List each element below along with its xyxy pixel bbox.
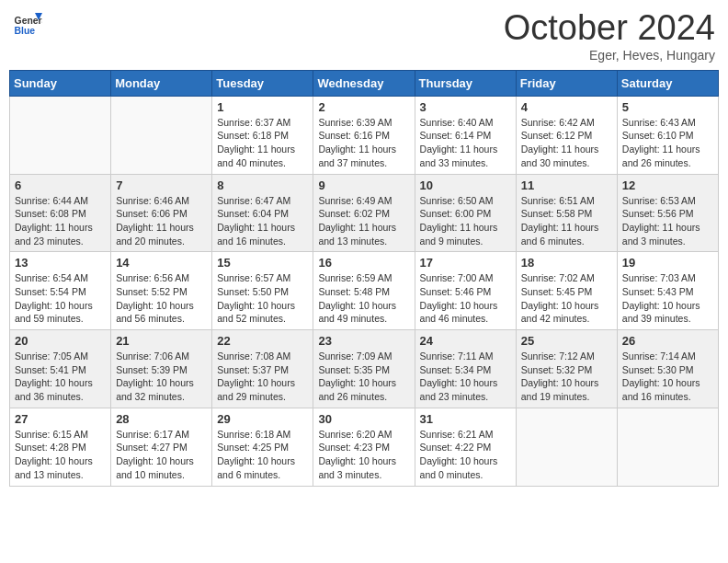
calendar-day-cell: 30Sunrise: 6:20 AM Sunset: 4:23 PM Dayli… (313, 408, 415, 486)
day-info: Sunrise: 6:43 AM Sunset: 6:10 PM Dayligh… (622, 116, 713, 170)
day-info: Sunrise: 7:09 AM Sunset: 5:35 PM Dayligh… (318, 350, 409, 404)
calendar-day-cell: 16Sunrise: 6:59 AM Sunset: 5:48 PM Dayli… (313, 252, 415, 330)
day-number: 17 (420, 256, 511, 270)
calendar-day-cell: 12Sunrise: 6:53 AM Sunset: 5:56 PM Dayli… (617, 174, 718, 252)
calendar-day-cell: 9Sunrise: 6:49 AM Sunset: 6:02 PM Daylig… (313, 174, 415, 252)
calendar-day-cell: 4Sunrise: 6:42 AM Sunset: 6:12 PM Daylig… (516, 96, 617, 174)
day-info: Sunrise: 6:39 AM Sunset: 6:16 PM Dayligh… (318, 116, 409, 170)
day-number: 18 (521, 256, 612, 270)
calendar-day-cell: 23Sunrise: 7:09 AM Sunset: 5:35 PM Dayli… (313, 330, 415, 408)
day-info: Sunrise: 7:03 AM Sunset: 5:43 PM Dayligh… (622, 271, 713, 326)
day-info: Sunrise: 6:21 AM Sunset: 4:22 PM Dayligh… (420, 428, 511, 482)
calendar-table: SundayMondayTuesdayWednesdayThursdayFrid… (9, 70, 719, 487)
day-number: 22 (217, 334, 308, 348)
day-info: Sunrise: 6:42 AM Sunset: 6:12 PM Dayligh… (521, 116, 612, 170)
day-number: 14 (116, 256, 207, 270)
day-of-week-header: Monday (111, 70, 212, 96)
calendar-day-cell (516, 408, 617, 486)
calendar-day-cell: 19Sunrise: 7:03 AM Sunset: 5:43 PM Dayli… (617, 252, 718, 330)
day-number: 10 (420, 178, 511, 192)
day-number: 24 (420, 334, 511, 348)
calendar-day-cell: 1Sunrise: 6:37 AM Sunset: 6:18 PM Daylig… (212, 96, 313, 174)
day-info: Sunrise: 6:46 AM Sunset: 6:06 PM Dayligh… (116, 194, 207, 248)
day-info: Sunrise: 6:47 AM Sunset: 6:04 PM Dayligh… (217, 194, 308, 248)
calendar-day-cell: 20Sunrise: 7:05 AM Sunset: 5:41 PM Dayli… (10, 330, 111, 408)
day-info: Sunrise: 7:08 AM Sunset: 5:37 PM Dayligh… (217, 350, 308, 404)
logo: General Blue (13, 9, 42, 39)
day-number: 6 (15, 178, 106, 192)
calendar-day-cell: 27Sunrise: 6:15 AM Sunset: 4:28 PM Dayli… (10, 408, 111, 486)
svg-text:Blue: Blue (15, 26, 36, 36)
day-number: 29 (217, 412, 308, 426)
day-info: Sunrise: 6:59 AM Sunset: 5:48 PM Dayligh… (318, 271, 409, 326)
day-number: 19 (622, 256, 713, 270)
calendar-day-cell: 11Sunrise: 6:51 AM Sunset: 5:58 PM Dayli… (516, 174, 617, 252)
day-number: 28 (116, 412, 207, 426)
calendar-day-cell: 29Sunrise: 6:18 AM Sunset: 4:25 PM Dayli… (212, 408, 313, 486)
day-info: Sunrise: 6:17 AM Sunset: 4:27 PM Dayligh… (116, 428, 207, 482)
day-info: Sunrise: 6:44 AM Sunset: 6:08 PM Dayligh… (15, 194, 106, 248)
day-info: Sunrise: 6:20 AM Sunset: 4:23 PM Dayligh… (318, 428, 409, 482)
day-info: Sunrise: 6:51 AM Sunset: 5:58 PM Dayligh… (521, 194, 612, 248)
day-of-week-header: Sunday (10, 70, 111, 96)
day-info: Sunrise: 7:12 AM Sunset: 5:32 PM Dayligh… (521, 350, 612, 404)
day-of-week-header: Wednesday (313, 70, 415, 96)
day-number: 21 (116, 334, 207, 348)
day-number: 31 (420, 412, 511, 426)
calendar-day-cell: 28Sunrise: 6:17 AM Sunset: 4:27 PM Dayli… (111, 408, 212, 486)
logo-icon: General Blue (13, 9, 42, 39)
day-number: 9 (318, 178, 409, 192)
day-of-week-header: Thursday (415, 70, 516, 96)
day-info: Sunrise: 7:14 AM Sunset: 5:30 PM Dayligh… (622, 350, 713, 404)
calendar-day-cell: 17Sunrise: 7:00 AM Sunset: 5:46 PM Dayli… (415, 252, 516, 330)
calendar-day-cell: 21Sunrise: 7:06 AM Sunset: 5:39 PM Dayli… (111, 330, 212, 408)
calendar-day-cell: 24Sunrise: 7:11 AM Sunset: 5:34 PM Dayli… (415, 330, 516, 408)
day-info: Sunrise: 6:40 AM Sunset: 6:14 PM Dayligh… (420, 116, 511, 170)
calendar-day-cell: 31Sunrise: 6:21 AM Sunset: 4:22 PM Dayli… (415, 408, 516, 486)
calendar-day-cell: 14Sunrise: 6:56 AM Sunset: 5:52 PM Dayli… (111, 252, 212, 330)
day-info: Sunrise: 6:57 AM Sunset: 5:50 PM Dayligh… (217, 271, 308, 326)
day-number: 27 (15, 412, 106, 426)
calendar-day-cell: 6Sunrise: 6:44 AM Sunset: 6:08 PM Daylig… (10, 174, 111, 252)
day-number: 12 (622, 178, 713, 192)
calendar-week-row: 20Sunrise: 7:05 AM Sunset: 5:41 PM Dayli… (10, 330, 719, 408)
day-number: 20 (15, 334, 106, 348)
day-number: 16 (318, 256, 409, 270)
day-number: 26 (622, 334, 713, 348)
calendar-day-cell (111, 96, 212, 174)
day-info: Sunrise: 6:49 AM Sunset: 6:02 PM Dayligh… (318, 194, 409, 248)
day-info: Sunrise: 6:37 AM Sunset: 6:18 PM Dayligh… (217, 116, 308, 170)
calendar-day-cell: 26Sunrise: 7:14 AM Sunset: 5:30 PM Dayli… (617, 330, 718, 408)
day-number: 30 (318, 412, 409, 426)
calendar-day-cell: 8Sunrise: 6:47 AM Sunset: 6:04 PM Daylig… (212, 174, 313, 252)
day-number: 23 (318, 334, 409, 348)
calendar-day-cell (10, 96, 111, 174)
calendar-day-cell: 18Sunrise: 7:02 AM Sunset: 5:45 PM Dayli… (516, 252, 617, 330)
title-block: October 2024 Eger, Heves, Hungary (504, 9, 715, 63)
day-info: Sunrise: 7:11 AM Sunset: 5:34 PM Dayligh… (420, 350, 511, 404)
day-info: Sunrise: 6:54 AM Sunset: 5:54 PM Dayligh… (15, 271, 106, 326)
calendar-header-row: SundayMondayTuesdayWednesdayThursdayFrid… (10, 70, 719, 96)
day-info: Sunrise: 6:15 AM Sunset: 4:28 PM Dayligh… (15, 428, 106, 482)
day-number: 1 (217, 100, 308, 114)
day-number: 11 (521, 178, 612, 192)
day-number: 3 (420, 100, 511, 114)
month-title: October 2024 (504, 9, 715, 48)
location-subtitle: Eger, Heves, Hungary (504, 48, 715, 63)
day-info: Sunrise: 6:56 AM Sunset: 5:52 PM Dayligh… (116, 271, 207, 326)
calendar-day-cell: 2Sunrise: 6:39 AM Sunset: 6:16 PM Daylig… (313, 96, 415, 174)
day-info: Sunrise: 7:02 AM Sunset: 5:45 PM Dayligh… (521, 271, 612, 326)
calendar-day-cell: 3Sunrise: 6:40 AM Sunset: 6:14 PM Daylig… (415, 96, 516, 174)
day-number: 15 (217, 256, 308, 270)
day-number: 7 (116, 178, 207, 192)
day-of-week-header: Friday (516, 70, 617, 96)
calendar-week-row: 13Sunrise: 6:54 AM Sunset: 5:54 PM Dayli… (10, 252, 719, 330)
day-number: 8 (217, 178, 308, 192)
calendar-day-cell: 5Sunrise: 6:43 AM Sunset: 6:10 PM Daylig… (617, 96, 718, 174)
day-info: Sunrise: 7:00 AM Sunset: 5:46 PM Dayligh… (420, 271, 511, 326)
calendar-day-cell: 10Sunrise: 6:50 AM Sunset: 6:00 PM Dayli… (415, 174, 516, 252)
day-of-week-header: Saturday (617, 70, 718, 96)
day-number: 4 (521, 100, 612, 114)
calendar-day-cell: 15Sunrise: 6:57 AM Sunset: 5:50 PM Dayli… (212, 252, 313, 330)
page-header: General Blue October 2024 Eger, Heves, H… (9, 9, 719, 63)
